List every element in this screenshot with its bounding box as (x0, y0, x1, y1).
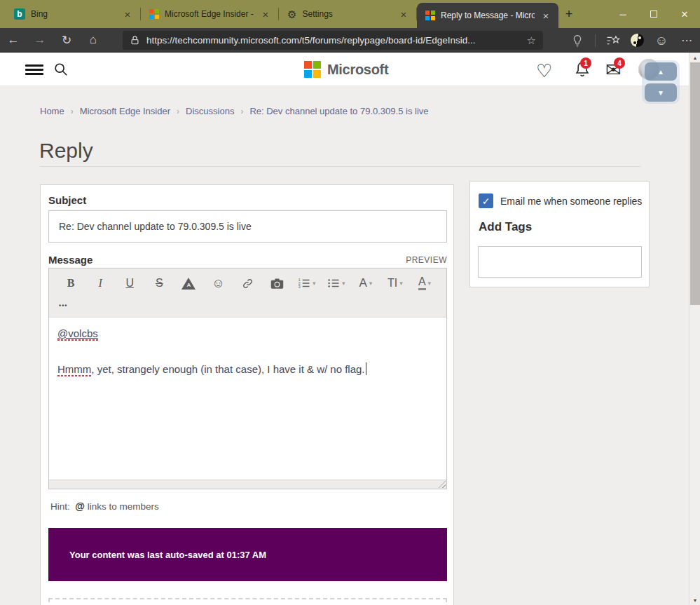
page-scrollbar[interactable]: ▲ ▼ (689, 53, 700, 605)
tab-title: Settings (302, 9, 392, 19)
mention-hint: Hint: @ links to members (50, 501, 159, 512)
email-notify-label: Email me when someone replies (500, 196, 642, 207)
add-favorite-star-icon[interactable]: ☆ (526, 34, 537, 47)
scrollbar-thumb[interactable] (690, 62, 700, 305)
heading-divider (40, 166, 641, 167)
window-controls: ─ ✕ (608, 0, 700, 28)
bullet-list-icon[interactable]: ▾ (322, 273, 351, 294)
dropdown-arrow-icon: ▾ (342, 280, 345, 287)
microsoft-favicon (425, 11, 435, 20)
messages-badge: 4 (614, 57, 625, 69)
maximize-button[interactable] (638, 0, 669, 28)
message-label: Message (48, 254, 92, 266)
menu-hamburger-icon[interactable] (25, 64, 43, 75)
numbered-list-icon[interactable]: 123 ▾ (292, 273, 322, 294)
toolbar-more-button[interactable]: ••• (59, 302, 67, 309)
tab-edge-insider[interactable]: Microsoft Edge Insider - Mic × (141, 0, 278, 28)
address-bar[interactable]: https://techcommunity.microsoft.com/t5/f… (123, 31, 543, 50)
reply-options-panel: ✓ Email me when someone replies Add Tags (469, 181, 650, 287)
close-tab-icon[interactable]: × (540, 10, 551, 22)
mention-link[interactable]: @volcbs (57, 327, 98, 341)
close-tab-icon[interactable]: × (260, 8, 271, 20)
at-sign-icon: @ (75, 501, 85, 512)
breadcrumb-home[interactable]: Home (40, 106, 64, 116)
lock-icon (130, 35, 140, 46)
breadcrumb-separator: › (240, 107, 243, 116)
scrollbar-down-arrow[interactable]: ▼ (689, 595, 700, 605)
toolbar-right-icons: ☺ ⋯ (570, 28, 694, 53)
close-window-button[interactable]: ✕ (669, 0, 700, 28)
font-family-icon[interactable]: A ▾ (351, 273, 380, 294)
font-color-icon[interactable]: A ▾ (410, 273, 439, 294)
home-button[interactable]: ⌂ (80, 28, 107, 53)
microsoft-favicon (149, 9, 159, 19)
text-caret (366, 362, 366, 375)
underline-icon[interactable]: U (115, 273, 144, 294)
scrollbar-up-arrow[interactable]: ▲ (689, 53, 700, 62)
gear-icon: ⚙ (287, 9, 296, 20)
attachment-dropzone[interactable] (48, 598, 447, 605)
kudos-heart-icon[interactable]: ♡ (536, 60, 552, 82)
microsoft-logo-squares (304, 61, 321, 78)
subject-label: Subject (48, 194, 86, 206)
tab-reply-to-message-active[interactable]: Reply to Message - Microsof × (417, 3, 558, 28)
forward-button[interactable]: → (27, 28, 53, 53)
refresh-button[interactable]: ↻ (53, 28, 80, 53)
minimize-button[interactable]: ─ (608, 0, 638, 28)
close-tab-icon[interactable]: × (122, 8, 133, 20)
search-icon[interactable] (53, 62, 69, 77)
autosave-text: Your content was last auto-saved at 01:3… (69, 550, 266, 560)
scroll-up-button[interactable]: ▲ (645, 62, 677, 81)
breadcrumb-separator: › (71, 107, 74, 116)
autosave-banner: Your content was last auto-saved at 01:3… (48, 528, 447, 581)
extension-lightbulb-icon[interactable] (570, 34, 585, 47)
maximize-icon (650, 11, 657, 18)
message-paragraph: Hmmm, yet, strangely enough (in that cas… (57, 362, 438, 375)
page-title: Reply (39, 139, 93, 163)
dropdown-arrow-icon: ▾ (428, 280, 432, 287)
breadcrumb-edge-insider[interactable]: Microsoft Edge Insider (80, 106, 170, 116)
insert-link-icon[interactable] (233, 273, 262, 294)
add-tags-label: Add Tags (479, 220, 532, 234)
collections-icon[interactable] (605, 34, 621, 47)
scroll-down-button[interactable]: ▼ (645, 83, 677, 102)
feedback-smiley-icon[interactable]: ☺ (654, 33, 669, 48)
message-row: Message PREVIEW (48, 254, 447, 266)
back-button[interactable]: ← (0, 28, 27, 53)
settings-more-icon[interactable]: ⋯ (679, 34, 694, 47)
tab-title: Bing (31, 9, 116, 19)
message-body-editor[interactable]: @volcbs Hmmm, yet, strangely enough (in … (49, 318, 446, 480)
tags-input[interactable] (478, 246, 642, 278)
email-notify-checkbox[interactable]: ✓ (479, 193, 493, 208)
bold-icon[interactable]: B (56, 273, 85, 294)
subject-input[interactable]: Re: Dev channel update to 79.0.309.5 is … (48, 210, 447, 243)
breadcrumb: Home › Microsoft Edge Insider › Discussi… (40, 106, 429, 116)
autoscroll-widget: ▲ ▼ (642, 60, 680, 104)
breadcrumb-current: Re: Dev channel update to 79.0.309.5 is … (249, 106, 428, 116)
font-size-icon[interactable]: TI ▾ (380, 273, 410, 294)
microsoft-wordmark: Microsoft (327, 62, 388, 78)
editor-status-bar (49, 480, 446, 489)
tab-settings[interactable]: ⚙ Settings × (279, 0, 416, 28)
reply-form-panel: Subject Re: Dev channel update to 79.0.3… (40, 184, 454, 605)
emoji-icon[interactable]: ☺ (203, 273, 233, 294)
url-text[interactable]: https://techcommunity.microsoft.com/t5/f… (146, 35, 526, 46)
microsoft-logo[interactable]: Microsoft (304, 61, 388, 78)
dropdown-arrow-icon: ▾ (369, 280, 373, 287)
toolbar-separator (595, 34, 596, 47)
resize-grip[interactable] (438, 480, 446, 488)
spoiler-alert-icon[interactable]: A (174, 273, 203, 294)
tab-title: Reply to Message - Microsof (441, 11, 535, 20)
preview-link[interactable]: PREVIEW (406, 255, 447, 265)
insert-photo-icon[interactable] (263, 273, 292, 294)
italic-icon[interactable]: I (85, 273, 115, 294)
yin-yang-extension-icon[interactable] (631, 34, 644, 47)
editor-toolbar: B I U S A ☺ 123 ▾ (49, 268, 446, 318)
tab-bing[interactable]: b Bing × (6, 0, 140, 28)
strikethrough-icon[interactable]: S (144, 273, 174, 294)
close-tab-icon[interactable]: × (398, 8, 409, 20)
browser-tab-bar: b Bing × Microsoft Edge Insider - Mic × … (0, 0, 700, 28)
breadcrumb-discussions[interactable]: Discussions (186, 106, 234, 116)
dropdown-arrow-icon: ▾ (313, 280, 316, 287)
new-tab-button[interactable]: + (558, 0, 579, 28)
